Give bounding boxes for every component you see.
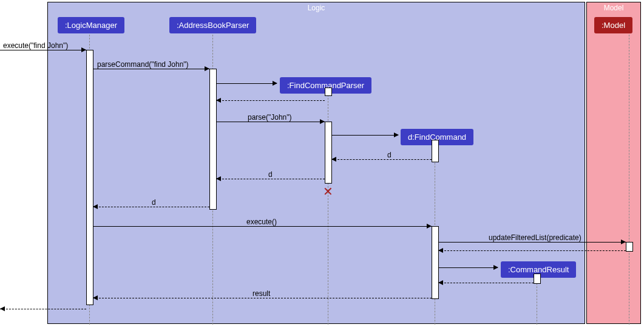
msg-d1: d (387, 151, 391, 159)
arrow-execute-in (0, 50, 86, 50)
arrow-parse (216, 122, 325, 122)
arrow-return-result (93, 298, 432, 298)
arrowhead (493, 265, 498, 270)
arrowhead (205, 66, 209, 71)
activation-addressbookparser (209, 69, 217, 210)
activation-findcommandparser-1 (325, 88, 332, 96)
arrowhead (93, 295, 98, 300)
msg-result: result (253, 289, 270, 298)
arrowhead (438, 248, 443, 253)
arrow-create-fc (331, 135, 398, 136)
msg-parsecommand: parseCommand("find John") (97, 60, 189, 69)
msg-parse: parse("John") (248, 113, 292, 122)
msg-d3: d (152, 198, 156, 207)
arrowhead (0, 306, 5, 311)
participant-logicmanager: :LogicManager (58, 17, 124, 33)
arrow-create-fcp (216, 83, 277, 84)
msg-execute-in: execute("find John") (3, 41, 68, 50)
logic-frame-title: Logic (48, 4, 585, 12)
participant-model: :Model (594, 17, 632, 33)
arrow-return-d3 (93, 207, 209, 207)
msg-d2: d (268, 170, 273, 179)
arrowhead (320, 119, 325, 124)
sequence-diagram: Logic Model :LogicManager :AddressBookPa… (0, 0, 644, 327)
activation-model (626, 242, 633, 252)
arrowhead (621, 239, 626, 244)
msg-execute: execute() (246, 218, 277, 226)
arrowhead (273, 81, 277, 86)
arrowhead (331, 157, 336, 162)
arrowhead (394, 133, 399, 137)
destroy-icon: ✕ (323, 184, 333, 199)
arrow-return-model (438, 250, 626, 251)
arrow-return-cr (438, 283, 534, 283)
lifeline-commandresult (537, 277, 537, 325)
arrow-return-out (0, 309, 86, 309)
arrowhead (216, 176, 221, 181)
arrow-return-d2 (216, 179, 325, 179)
arrow-execute (93, 226, 432, 227)
arrow-return-d1 (331, 159, 432, 160)
arrowhead (93, 204, 98, 209)
msg-updatefiltered: updateFilteredList(predicate) (489, 233, 581, 242)
activation-findcommand-2 (432, 226, 439, 299)
arrow-return-fcp (216, 100, 325, 101)
model-frame-title: Model (587, 4, 640, 12)
arrow-parsecommand (93, 69, 209, 69)
arrowhead (438, 280, 443, 285)
arrowhead (81, 47, 86, 52)
activation-logicmanager (86, 50, 93, 305)
activation-commandresult (534, 274, 541, 284)
lifeline-model (629, 32, 629, 325)
arrowhead (427, 224, 432, 229)
arrow-create-cr (438, 267, 498, 268)
participant-addressbookparser: :AddressBookParser (169, 17, 256, 33)
arrow-updatefiltered (438, 242, 626, 243)
activation-findcommand-1 (432, 140, 439, 162)
activation-findcommandparser-2 (325, 122, 332, 184)
model-frame: Model (586, 2, 641, 324)
arrowhead (216, 98, 221, 103)
